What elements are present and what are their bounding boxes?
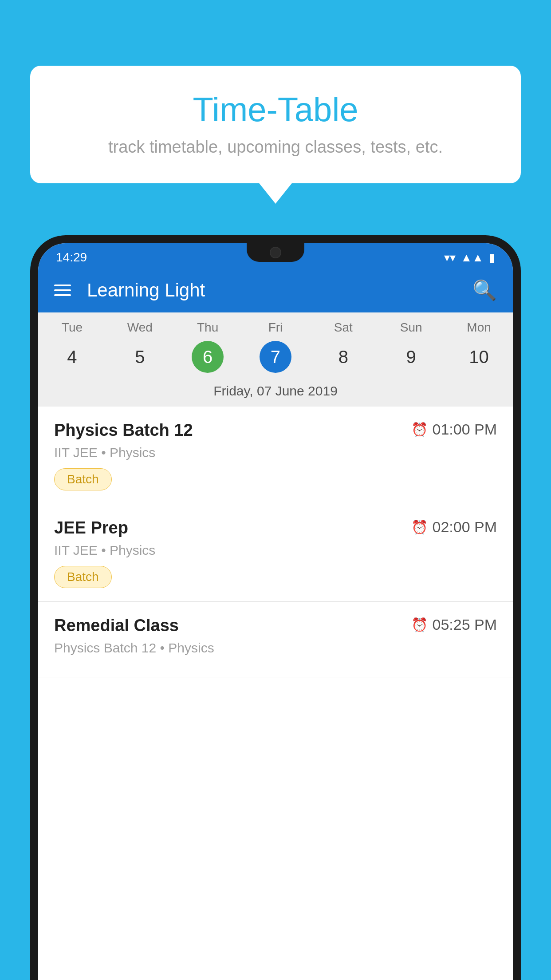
phone-camera: [270, 247, 281, 258]
batch-badge-2: Batch: [54, 566, 112, 588]
schedule-title-3: Remedial Class: [54, 616, 179, 635]
schedule-title-2: JEE Prep: [54, 518, 128, 537]
schedule-item-1-header: Physics Batch 12 ⏰ 01:00 PM: [54, 421, 497, 440]
wifi-icon: ▾▾: [444, 251, 456, 265]
phone-screen: 14:29 ▾▾ ▲▲ ▮ Learning Light 🔍: [38, 243, 513, 980]
day-header-sat: Sat: [309, 320, 377, 335]
status-time: 14:29: [56, 250, 87, 265]
day-9[interactable]: 9: [377, 341, 445, 373]
calendar-strip: Tue Wed Thu Fri Sat Sun Mon 4 5 6 7 8 9 …: [38, 312, 513, 407]
schedule-item-3-header: Remedial Class ⏰ 05:25 PM: [54, 616, 497, 635]
day-header-thu: Thu: [174, 320, 242, 335]
phone-notch: [247, 243, 304, 262]
selected-date-label: Friday, 07 June 2019: [38, 379, 513, 407]
day-4[interactable]: 4: [38, 341, 106, 373]
day-header-sun: Sun: [377, 320, 445, 335]
hamburger-menu[interactable]: [54, 285, 71, 296]
app-bar: Learning Light 🔍: [38, 268, 513, 312]
day-8[interactable]: 8: [309, 341, 377, 373]
app-title: Learning Light: [87, 280, 472, 301]
batch-badge-1: Batch: [54, 468, 112, 490]
schedule-item-2[interactable]: JEE Prep ⏰ 02:00 PM IIT JEE • Physics Ba…: [38, 504, 513, 602]
clock-icon-2: ⏰: [411, 519, 428, 535]
day-numbers: 4 5 6 7 8 9 10: [38, 338, 513, 379]
schedule-item-3[interactable]: Remedial Class ⏰ 05:25 PM Physics Batch …: [38, 602, 513, 677]
schedule-subtitle-2: IIT JEE • Physics: [54, 543, 497, 558]
schedule-title-1: Physics Batch 12: [54, 421, 193, 440]
bubble-subtitle: track timetable, upcoming classes, tests…: [57, 138, 494, 157]
schedule-list: Physics Batch 12 ⏰ 01:00 PM IIT JEE • Ph…: [38, 407, 513, 980]
day-header-fri: Fri: [242, 320, 310, 335]
signal-icon: ▲▲: [461, 251, 484, 265]
schedule-subtitle-3: Physics Batch 12 • Physics: [54, 640, 497, 656]
clock-icon-1: ⏰: [411, 422, 428, 437]
day-10[interactable]: 10: [445, 341, 513, 373]
battery-icon: ▮: [489, 251, 495, 265]
schedule-time-1: ⏰ 01:00 PM: [411, 421, 497, 438]
schedule-time-2: ⏰ 02:00 PM: [411, 518, 497, 536]
day-6-today[interactable]: 6: [192, 341, 224, 373]
status-icons: ▾▾ ▲▲ ▮: [444, 251, 495, 265]
clock-icon-3: ⏰: [411, 617, 428, 632]
day-headers: Tue Wed Thu Fri Sat Sun Mon: [38, 312, 513, 338]
day-7-selected[interactable]: 7: [260, 341, 291, 373]
schedule-time-3: ⏰ 05:25 PM: [411, 616, 497, 633]
day-header-wed: Wed: [106, 320, 174, 335]
phone-wrapper: 14:29 ▾▾ ▲▲ ▮ Learning Light 🔍: [30, 235, 521, 980]
search-icon[interactable]: 🔍: [472, 279, 497, 302]
speech-bubble-card: Time-Table track timetable, upcoming cla…: [30, 66, 521, 183]
day-header-mon: Mon: [445, 320, 513, 335]
day-5[interactable]: 5: [106, 341, 174, 373]
schedule-item-2-header: JEE Prep ⏰ 02:00 PM: [54, 518, 497, 537]
day-header-tue: Tue: [38, 320, 106, 335]
phone-outer: 14:29 ▾▾ ▲▲ ▮ Learning Light 🔍: [30, 235, 521, 980]
schedule-item-1[interactable]: Physics Batch 12 ⏰ 01:00 PM IIT JEE • Ph…: [38, 407, 513, 504]
bubble-title: Time-Table: [57, 90, 494, 129]
schedule-subtitle-1: IIT JEE • Physics: [54, 445, 497, 460]
